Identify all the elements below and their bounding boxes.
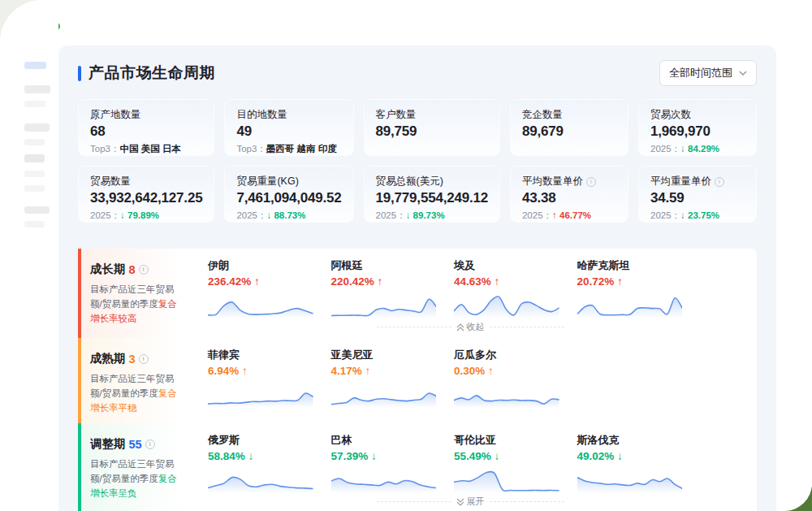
sidebar-skeleton-item [24, 101, 45, 107]
stat-card-sub-prefix: 2025： [522, 210, 552, 220]
stat-card-value: 68 [90, 123, 202, 140]
section-charts-wrap: 俄罗斯58.84% ↓巴林57.39% ↓哥伦比亚55.49% ↓斯洛伐克49.… [184, 423, 757, 511]
page-title-wrap: 产品市场生命周期 [78, 63, 215, 84]
info-icon[interactable]: i [139, 354, 149, 364]
dashboard-panel: 产品市场生命周期 全部时间范围 原产地数量68Top3：中国 美国 日本目的地数… [58, 45, 776, 511]
info-icon[interactable]: i [145, 440, 155, 449]
stat-card-label: 贸易次数 [650, 108, 745, 122]
stat-card-label-text: 原产地数量 [90, 108, 141, 122]
country-name: 俄罗斯 [208, 433, 313, 448]
expand-toggle[interactable]: 展开 [184, 493, 757, 511]
lifecycle-section-adjust: 调整期55i目标产品近三年贸易额/贸易量的季度复合增长率呈负俄罗斯58.84% … [78, 423, 757, 511]
stat-card: 贸易重量(KG)7,461,094,049.522025：↓ 88.73% [224, 166, 353, 223]
sidebar-skeleton-item [24, 185, 45, 192]
stat-card-label: 客户数量 [376, 108, 488, 122]
divider-line [490, 501, 564, 502]
divider-line [377, 327, 451, 327]
lifecycle-section-mature: 成熟期3i目标产品近三年贸易额/贸易量的季度复合增长率平稳菲律宾6.94% ↑亚… [78, 338, 757, 423]
divider-line [377, 501, 451, 502]
country-growth-pct: 57.39% ↓ [331, 450, 437, 462]
info-icon[interactable]: i [586, 177, 596, 187]
section-charts-wrap: 伊朗236.42% ↑阿根廷220.42% ↑埃及44.63% ↑哈萨克斯坦20… [184, 249, 757, 338]
country-trend-item[interactable]: 巴林57.39% ↓ [331, 433, 437, 493]
info-icon[interactable]: i [139, 265, 149, 275]
stat-card-trend: ↑ 46.77% [552, 210, 591, 220]
country-growth-pct: 220.42% ↑ [331, 275, 437, 288]
stat-card-label-text: 竞企数量 [522, 108, 563, 122]
country-trend-item[interactable]: 哥伦比亚55.49% ↓ [454, 433, 559, 493]
stat-card-sub-prefix: Top3： [236, 144, 266, 154]
stat-card: 贸易数量33,932,642,127.252025：↓ 79.89% [78, 166, 214, 223]
sidebar-skeleton-item [24, 221, 45, 227]
country-trend-item[interactable]: 阿根廷220.42% ↑ [331, 258, 437, 318]
stat-card-trend: ↓ 84.29% [680, 144, 719, 154]
stat-card-label: 贸易总额(美元) [376, 175, 488, 188]
section-description: 目标产品近三年贸易额/贸易量的季度复合增长率呈负 [90, 457, 177, 500]
section-title: 调整期55i [90, 436, 177, 452]
page: 产品市场生命周期 全部时间范围 原产地数量68Top3：中国 美国 日本目的地数… [0, 0, 812, 511]
section-description: 目标产品近三年贸易额/贸易量的季度复合增长率平稳 [90, 372, 177, 415]
trend-sparkline-chart [454, 379, 559, 408]
stat-card-value: 43.38 [522, 190, 616, 206]
stat-card-value: 89,679 [522, 123, 616, 140]
time-range-select[interactable]: 全部时间范围 [659, 60, 757, 86]
country-trend-item[interactable]: 哈萨克斯坦20.72% ↑ [577, 258, 683, 318]
stat-card-subline: Top3：中国 美国 日本 [90, 143, 202, 155]
stat-card: 客户数量89,759 [364, 99, 500, 156]
lifecycle-section-growth: 成长期8i目标产品近三年贸易额/贸易量的季度复合增长率较高伊朗236.42% ↑… [78, 249, 757, 338]
collapse-toggle[interactable]: 收起 [184, 318, 757, 338]
stat-card-trend: ↓ 89.73% [406, 210, 445, 220]
stat-card-value: 19,779,554,249.12 [376, 190, 488, 206]
country-name: 亚美尼亚 [331, 348, 437, 362]
country-growth-pct: 49.02% ↓ [577, 450, 683, 462]
toggle-label: 展开 [456, 496, 485, 508]
section-label-growth: 成长期8i目标产品近三年贸易额/贸易量的季度复合增长率较高 [78, 249, 184, 338]
country-trend-item[interactable]: 斯洛伐克49.02% ↓ [577, 433, 683, 493]
section-color-bar [78, 249, 81, 338]
chevron-down-icon [739, 71, 747, 76]
section-name: 成长期 [90, 262, 126, 277]
stat-card-subline: 2025：↓ 89.73% [376, 210, 488, 222]
stat-card: 平均重量单价i34.592025：↓ 23.75% [638, 166, 757, 223]
stat-card-label-text: 平均数量单价 [522, 175, 583, 188]
country-growth-pct: 236.42% ↑ [208, 275, 313, 288]
country-growth-pct: 4.17% ↑ [331, 365, 437, 377]
title-accent-bar [78, 66, 81, 81]
stat-card-label: 目的地数量 [236, 108, 341, 122]
stat-card-value: 49 [236, 123, 341, 140]
stat-card: 贸易次数1,969,9702025：↓ 84.29% [638, 99, 757, 156]
sidebar-skeleton-item [24, 139, 45, 145]
stat-card-value: 33,932,642,127.25 [90, 190, 202, 206]
country-trend-item[interactable]: 俄罗斯58.84% ↓ [208, 433, 313, 493]
stat-card-label-text: 客户数量 [376, 108, 417, 122]
section-name: 调整期 [90, 436, 126, 452]
trend-sparkline-chart [208, 464, 313, 493]
stat-card-label-text: 贸易重量(KG) [236, 175, 298, 188]
stat-card-sub-prefix: 2025： [376, 210, 406, 220]
country-trend-item[interactable]: 亚美尼亚4.17% ↑ [331, 348, 437, 408]
stat-card-label: 平均重量单价i [650, 175, 745, 188]
trend-sparkline-chart [454, 464, 559, 493]
country-name: 菲律宾 [208, 348, 313, 362]
stat-card-sub-prefix: 2025： [236, 210, 266, 220]
stat-card-sub-prefix: 2025： [650, 144, 680, 154]
trend-sparkline-chart [331, 464, 437, 493]
section-count: 3 [129, 353, 136, 366]
stat-card-sub-prefix: Top3： [90, 144, 119, 154]
country-trend-item[interactable]: 埃及44.63% ↑ [454, 258, 559, 318]
stat-card-label: 原产地数量 [90, 108, 202, 122]
stat-card-label: 贸易重量(KG) [236, 175, 341, 188]
sidebar-skeleton-item [24, 171, 45, 177]
country-name: 阿根廷 [331, 258, 437, 273]
country-trend-item[interactable]: 厄瓜多尔0.30% ↑ [454, 348, 559, 408]
info-icon[interactable]: i [715, 177, 724, 187]
stat-card-sub-prefix: 2025： [90, 210, 120, 220]
stat-card-value: 89,759 [376, 123, 488, 140]
country-name: 伊朗 [208, 258, 313, 273]
sidebar-skeleton-item [24, 123, 50, 132]
country-name: 斯洛伐克 [577, 433, 683, 448]
stat-card-value: 34.59 [650, 190, 745, 206]
country-trend-item[interactable]: 菲律宾6.94% ↑ [208, 348, 313, 408]
sidebar-skeleton-item [24, 154, 45, 162]
country-trend-item[interactable]: 伊朗236.42% ↑ [208, 258, 313, 318]
